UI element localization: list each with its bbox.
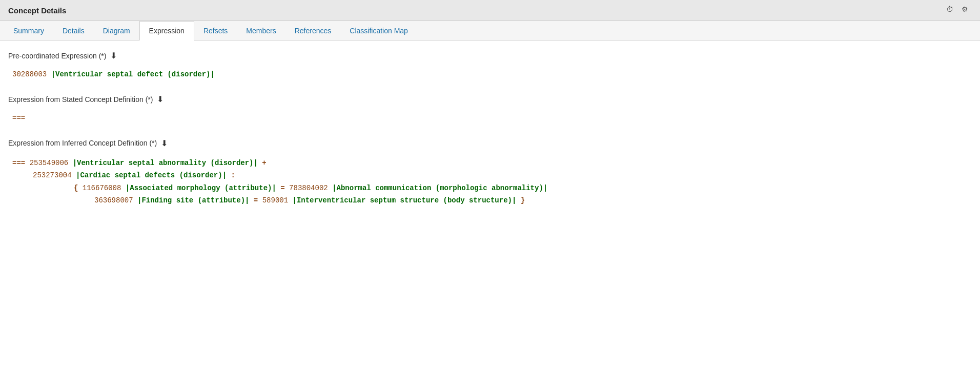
inferred-section: Expression from Inferred Concept Definit… [8,138,972,210]
stated-section: Expression from Stated Concept Definitio… [8,94,972,126]
stated-expression: === [8,110,972,126]
inferred-id-2: 253273004 [33,171,76,179]
inferred-line-4: 363698007 |Finding site (attribute)| = 5… [12,195,968,206]
inferred-plus-1: + [258,159,267,167]
inferred-brace-open: { [74,184,83,192]
inferred-id-4b: 589001 [262,196,293,204]
inferred-colon-2: : [227,171,235,179]
inferred-label: Expression from Inferred Concept Definit… [8,139,157,147]
inferred-line-1: === 253549006 |Ventricular septal abnorm… [12,157,968,169]
inferred-id-3b: 783804002 [289,184,332,192]
precoordinated-header: Pre-coordinated Expression (*) ⬇ [8,51,972,60]
inferred-brace-close: } [516,196,525,204]
precoordinated-label-text: |Ventricular septal defect (disorder)| [51,70,215,78]
inferred-eq-3: = [276,184,289,192]
expression-content: Pre-coordinated Expression (*) ⬇ 3028800… [0,40,980,232]
inferred-download-icon[interactable]: ⬇ [161,138,168,148]
inferred-label-1: |Ventricular septal abnormality (disorde… [73,159,258,167]
tab-expression[interactable]: Expression [139,21,194,40]
clock-icon[interactable]: ⏱ [946,5,956,15]
inferred-operator-1: === [12,159,25,167]
tab-bar: Summary Details Diagram Expression Refse… [0,21,980,40]
tab-references[interactable]: References [285,22,341,40]
tab-summary[interactable]: Summary [4,22,53,40]
stated-label: Expression from Stated Concept Definitio… [8,95,153,104]
stated-operator: === [12,114,25,122]
inferred-label-3b: |Abnormal communication (morphologic abn… [332,184,547,192]
precoordinated-download-icon[interactable]: ⬇ [110,51,117,60]
settings-icon[interactable]: ⚙ [962,5,972,15]
inferred-id-4: 363698007 [94,196,137,204]
inferred-line-3: { 116676008 |Associated morphology (attr… [12,182,968,194]
stated-download-icon[interactable]: ⬇ [157,94,164,104]
precoordinated-expression: 30288003 |Ventricular septal defect (dis… [8,67,972,82]
tab-details[interactable]: Details [53,22,94,40]
tab-diagram[interactable]: Diagram [94,22,139,40]
precoordinated-label: Pre-coordinated Expression (*) [8,52,106,60]
precoordinated-section: Pre-coordinated Expression (*) ⬇ 3028800… [8,51,972,82]
inferred-label-2: |Cardiac septal defects (disorder)| [76,171,227,179]
inferred-label-4: |Finding site (attribute)| [137,196,249,204]
tab-classification-map[interactable]: Classification Map [340,22,417,40]
panel-title: Concept Details [8,6,66,15]
stated-header: Expression from Stated Concept Definitio… [8,94,972,104]
inferred-label-3: |Associated morphology (attribute)| [126,184,276,192]
inferred-header: Expression from Inferred Concept Definit… [8,138,972,148]
inferred-line-2: 253273004 |Cardiac septal defects (disor… [12,170,968,181]
panel-header: Concept Details ⏱ ⚙ [0,0,980,21]
inferred-label-4b: |Interventricular septum structure (body… [292,196,516,204]
tab-refsets[interactable]: Refsets [194,22,237,40]
precoordinated-id: 30288003 [12,70,47,78]
concept-details-panel: Concept Details ⏱ ⚙ Summary Details Diag… [0,0,980,232]
inferred-id-1: 253549006 [30,159,73,167]
inferred-eq-4: = [249,196,262,204]
inferred-expression: === 253549006 |Ventricular septal abnorm… [8,154,972,210]
header-icons: ⏱ ⚙ [946,5,972,15]
inferred-id-3: 116676008 [83,184,126,192]
tab-members[interactable]: Members [237,22,285,40]
